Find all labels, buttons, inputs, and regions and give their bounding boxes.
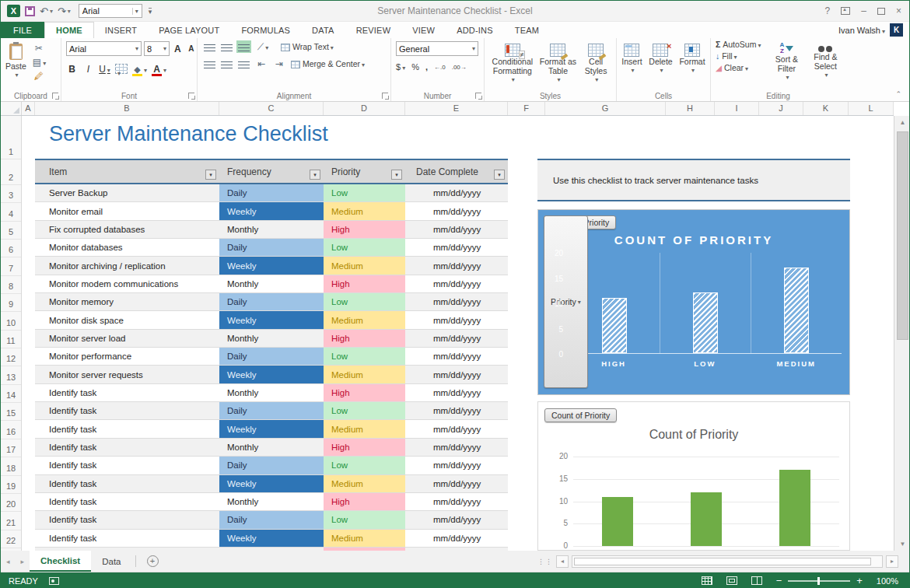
cell-frequency[interactable]: Daily — [219, 184, 324, 201]
fill-button[interactable]: ↓ Fill — [716, 51, 761, 61]
cell-item[interactable]: Monitor modem communications — [35, 275, 219, 292]
page-layout-view-icon[interactable] — [726, 576, 737, 585]
row-header-5[interactable]: 5 — [1, 222, 21, 240]
cell-item[interactable]: Identify task — [35, 420, 219, 437]
qat-font-box[interactable]: Arial▾ — [79, 4, 142, 18]
row-header-3[interactable]: 3 — [1, 185, 21, 203]
pivot-bar-low[interactable] — [693, 292, 718, 353]
italic-button[interactable]: I — [82, 64, 94, 75]
bottom-align-icon[interactable] — [238, 42, 250, 51]
cell-date[interactable]: mm/dd/yyyy — [405, 439, 508, 456]
row-header-15[interactable]: 15 — [1, 403, 21, 421]
cell-item[interactable]: Monitor disk space — [35, 311, 219, 328]
copy-icon[interactable]: ▤ — [33, 57, 45, 68]
paste-button[interactable]: Paste — [5, 41, 26, 82]
row-header-11[interactable]: 11 — [1, 331, 21, 348]
number-format-combo[interactable]: General▾ — [396, 41, 478, 56]
cell-priority[interactable]: High — [324, 221, 405, 238]
cell-item[interactable]: Monitor email — [35, 202, 219, 219]
cell-date[interactable]: mm/dd/yyyy — [405, 366, 508, 383]
column-header-F[interactable]: F — [508, 102, 545, 115]
cell-frequency[interactable]: Monthly — [219, 439, 324, 456]
fill-color-icon[interactable]: ◆ — [132, 61, 147, 76]
accounting-format-icon[interactable]: $ — [396, 62, 405, 72]
row-header-10[interactable]: 10 — [1, 312, 21, 330]
cell-date[interactable]: mm/dd/yyyy — [405, 511, 508, 528]
cell-item[interactable]: Identify task — [35, 530, 219, 547]
tab-home[interactable]: HOME — [44, 22, 94, 38]
sheet-tab-checklist[interactable]: Checklist — [30, 551, 91, 572]
format-painter-icon[interactable]: 🖉 — [33, 71, 45, 82]
sheet-grid[interactable]: 12345678910111213141516171819202122 Serv… — [1, 116, 910, 551]
cell-item[interactable]: Monitor server load — [35, 330, 219, 347]
increase-decimal-icon[interactable]: ←.0 — [434, 64, 446, 71]
cell-date[interactable]: mm/dd/yyyy — [405, 184, 508, 201]
row-header-19[interactable]: 19 — [1, 476, 21, 494]
row-header-20[interactable]: 20 — [1, 494, 21, 512]
account-area[interactable]: Ivan Walsh K — [838, 22, 909, 38]
tab-page-layout[interactable]: PAGE LAYOUT — [148, 22, 230, 38]
align-center-icon[interactable] — [221, 59, 233, 68]
filter-icon[interactable] — [494, 170, 505, 180]
cell-date[interactable]: mm/dd/yyyy — [405, 457, 508, 474]
row-header-8[interactable]: 8 — [1, 276, 21, 294]
row-header-17[interactable]: 17 — [1, 439, 21, 457]
clear-button[interactable]: ◢ Clear — [716, 63, 761, 72]
cell-item[interactable]: Identify task — [35, 511, 219, 528]
column-bar-medium[interactable] — [779, 470, 810, 546]
zoom-in-icon[interactable]: + — [856, 576, 863, 585]
row-header-2[interactable]: 2 — [1, 159, 21, 185]
maximize-icon[interactable] — [877, 8, 885, 15]
cell-date[interactable]: mm/dd/yyyy — [405, 384, 508, 401]
cell-frequency[interactable]: Weekly — [219, 202, 324, 219]
save-icon[interactable] — [25, 6, 35, 16]
cell-item[interactable]: Identify task — [35, 475, 219, 492]
bold-button[interactable]: B — [66, 64, 78, 75]
cell-item[interactable]: Server Backup — [35, 184, 219, 201]
grow-font-icon[interactable]: A — [172, 44, 184, 54]
horizontal-scrollbar[interactable] — [572, 555, 883, 568]
undo-dropdown-icon[interactable]: ▾ — [50, 8, 53, 15]
cell-frequency[interactable]: Monthly — [219, 493, 324, 510]
font-size-combo[interactable]: 8▾ — [144, 41, 170, 56]
borders-icon[interactable] — [115, 64, 128, 74]
underline-button[interactable]: U — [99, 64, 110, 75]
undo-icon[interactable]: ↶ — [40, 6, 48, 16]
avatar[interactable]: K — [890, 23, 903, 37]
tab-team[interactable]: TEAM — [504, 22, 550, 38]
cell-item[interactable]: Identify task — [35, 439, 219, 456]
page-break-view-icon[interactable] — [751, 576, 762, 585]
row-header-1[interactable]: 1 — [1, 116, 21, 159]
cell-frequency[interactable]: Monthly — [219, 330, 324, 347]
cell-date[interactable]: mm/dd/yyyy — [405, 530, 508, 547]
column-header-H[interactable]: H — [666, 102, 715, 115]
row-header-21[interactable]: 21 — [1, 512, 21, 530]
column-chart[interactable]: Count of Priority Count of Priority 0510… — [537, 401, 850, 551]
column-header-E[interactable]: E — [405, 102, 508, 115]
zoom-slider[interactable] — [788, 580, 850, 582]
column-header-A[interactable]: A — [22, 102, 35, 115]
hscroll-right-icon[interactable]: ▸ — [886, 555, 898, 568]
alignment-dialog-launcher-icon[interactable] — [382, 93, 388, 99]
font-family-combo[interactable]: Arial▾ — [66, 41, 142, 56]
font-color-icon[interactable]: A — [152, 61, 166, 76]
cell-priority[interactable]: Medium — [324, 530, 405, 547]
cell-frequency[interactable]: Monthly — [219, 221, 324, 238]
row-header-7[interactable]: 7 — [1, 257, 21, 275]
middle-align-icon[interactable] — [221, 42, 233, 51]
row-header-12[interactable]: 12 — [1, 348, 21, 366]
zoom-out-icon[interactable]: − — [776, 576, 782, 585]
cell-frequency[interactable]: Weekly — [219, 530, 324, 547]
column-header-D[interactable]: D — [324, 102, 405, 115]
cell-priority[interactable]: Low — [324, 239, 405, 256]
cell-priority[interactable]: Medium — [324, 366, 405, 383]
sheet-tab-data[interactable]: Data — [91, 551, 131, 572]
vertical-scrollbar[interactable]: ▲ ▼ — [894, 116, 910, 551]
row-header-14[interactable]: 14 — [1, 385, 21, 403]
column-field-button[interactable]: Count of Priority — [544, 408, 617, 422]
cell-date[interactable]: mm/dd/yyyy — [405, 221, 508, 238]
cell-frequency[interactable]: Daily — [219, 402, 324, 419]
collapse-ribbon-icon[interactable]: ⌃ — [895, 90, 901, 98]
number-dialog-launcher-icon[interactable] — [475, 93, 481, 99]
autosum-button[interactable]: Σ AutoSum — [716, 40, 761, 49]
